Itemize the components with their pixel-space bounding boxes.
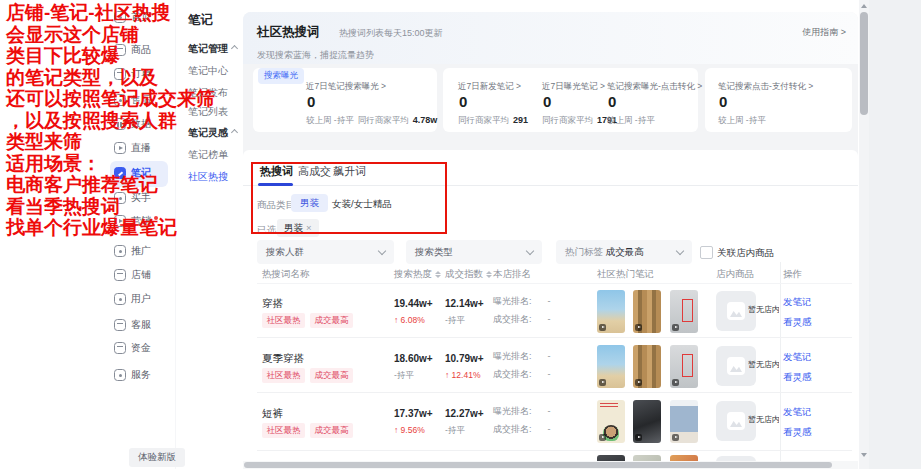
sidebar-title: 笔记 xyxy=(188,12,213,29)
search-audience-select[interactable]: 搜索人群 xyxy=(257,240,394,264)
deal-index-delta: ↑ 12.41% xyxy=(445,370,480,380)
rail-item-marketing[interactable]: 营销 xyxy=(114,213,158,229)
hot-word-name[interactable]: 穿搭 xyxy=(262,297,283,311)
stat-label[interactable]: 近7日笔记搜索曝光 > xyxy=(306,81,386,93)
vertical-scrollbar[interactable] xyxy=(859,0,869,469)
tag-community-hottest: 社区最热 xyxy=(262,313,305,328)
note-thumbnail[interactable] xyxy=(670,400,698,443)
chevron-up-icon xyxy=(231,129,238,136)
new-version-button[interactable]: 体验新版 xyxy=(129,448,185,467)
rail-item-label: 售后 xyxy=(131,93,151,107)
note-thumbnail[interactable] xyxy=(597,400,625,443)
video-badge-icon xyxy=(672,379,679,386)
rail-item-order[interactable]: 订单 xyxy=(114,66,151,82)
note-thumbnail[interactable] xyxy=(633,290,661,333)
publish-note-link[interactable]: 发笔记 xyxy=(783,406,812,419)
horizontal-scrollbar-thumb[interactable] xyxy=(244,462,832,468)
sidebar-item-community-hot-search[interactable]: 社区热搜 xyxy=(188,170,228,184)
buyer-icon xyxy=(114,192,126,204)
rail-item-live[interactable]: 直播 xyxy=(114,140,151,156)
hot-word-name[interactable]: 夏季穿搭 xyxy=(262,352,304,366)
rail-item-label: 数据 xyxy=(131,117,151,131)
sidebar-item-note-ranking[interactable]: 笔记榜单 xyxy=(188,148,228,162)
note-thumbnail[interactable] xyxy=(633,345,661,388)
tab-rising-words[interactable]: 飙升词 xyxy=(333,164,366,179)
hot-word-name[interactable]: 短裤 xyxy=(262,407,283,421)
rail-item-aftersale[interactable]: 售后 xyxy=(114,92,151,108)
link-store-product-label[interactable]: 关联店内商品 xyxy=(717,247,774,260)
note-thumbnail[interactable] xyxy=(597,345,625,388)
column-header-sortable[interactable]: 搜索热度 xyxy=(394,268,441,281)
row-divider xyxy=(257,337,852,338)
hot-word-tags: 社区最热成交最高 xyxy=(262,368,353,383)
publish-note-link[interactable]: 发笔记 xyxy=(783,351,812,364)
sidebar-item-note-center[interactable]: 笔记中心 xyxy=(188,64,228,78)
notification-dot xyxy=(154,216,158,220)
video-badge-icon xyxy=(635,379,642,386)
page-root: 首页 商品 订单 售后 数据 直播 笔记 买手 营销 推广 店铺 用户 客服 资… xyxy=(0,0,921,469)
rail-item-buyer[interactable]: 买手 xyxy=(114,190,151,206)
rail-item-label: 直播 xyxy=(131,141,151,155)
rail-item-product[interactable]: 商品 xyxy=(114,42,151,58)
hot-tag-select[interactable]: 热门标签 成交最高 xyxy=(556,240,692,264)
stat-label[interactable]: 近7日曝光笔记 > xyxy=(542,81,605,93)
close-icon[interactable]: × xyxy=(306,222,312,233)
stat-value: 0 xyxy=(307,93,315,110)
rail-item-data[interactable]: 数据 xyxy=(114,116,151,132)
column-header-sortable[interactable]: 成交指数 xyxy=(445,268,492,281)
link-store-product-checkbox[interactable] xyxy=(700,246,713,259)
stat-label[interactable]: 笔记搜索曝光-点击转化 > xyxy=(607,81,702,93)
selected-chip-menswear[interactable]: 男装× xyxy=(277,219,319,237)
search-heat-value: 19.44w+ xyxy=(394,298,433,309)
stat-label[interactable]: 近7日新发笔记 > xyxy=(458,81,521,93)
horizontal-scrollbar[interactable] xyxy=(243,461,858,469)
scroll-up-arrow-icon[interactable] xyxy=(861,4,867,8)
search-type-select[interactable]: 搜索类型 xyxy=(406,240,542,264)
tab-hot-search-words[interactable]: 热搜词 xyxy=(260,164,293,179)
rail-item-promotion[interactable]: 推广 xyxy=(114,243,151,259)
rail-item-home[interactable]: 首页 xyxy=(114,9,151,25)
view-inspiration-link[interactable]: 看灵感 xyxy=(783,426,812,439)
column-header: 本店排名 xyxy=(493,268,531,281)
view-inspiration-link[interactable]: 看灵感 xyxy=(783,371,812,384)
search-heat-delta: ↑ 9.56% xyxy=(394,425,425,435)
hot-word-tags: 社区最热成交最高 xyxy=(262,313,353,328)
category-option-menswear[interactable]: 男装 xyxy=(291,194,328,212)
row-divider xyxy=(257,450,852,451)
image-placeholder-icon xyxy=(727,412,745,430)
product-icon xyxy=(114,44,126,56)
scroll-down-arrow-icon[interactable] xyxy=(861,453,867,457)
deal-rank: 成交排名:- xyxy=(493,423,551,436)
note-thumbnail[interactable] xyxy=(597,290,625,333)
rail-item-note[interactable]: 笔记 xyxy=(114,165,151,181)
publish-note-link[interactable]: 发笔记 xyxy=(783,296,812,309)
sort-icon[interactable] xyxy=(486,271,492,279)
note-thumbnail[interactable] xyxy=(670,345,698,388)
video-badge-icon xyxy=(599,434,606,441)
stat-label[interactable]: 笔记搜索点击-支付转化 > xyxy=(718,81,813,93)
deal-rank: 成交排名:- xyxy=(493,313,551,326)
selected-filter-label: 已选 xyxy=(257,224,276,237)
sort-icon[interactable] xyxy=(435,271,441,279)
note-thumbnail[interactable] xyxy=(670,290,698,333)
rail-item-label: 笔记 xyxy=(131,166,151,180)
column-header: 热搜词名称 xyxy=(262,268,310,281)
marketing-icon xyxy=(114,215,126,227)
sidebar-item-note-list[interactable]: 笔记列表 xyxy=(188,105,228,119)
sidebar-group-note-manage[interactable]: 笔记管理 xyxy=(188,42,237,56)
live-icon xyxy=(114,142,126,154)
tab-high-deal[interactable]: 高成交 xyxy=(298,164,331,179)
note-thumbnail[interactable] xyxy=(633,400,661,443)
select-label: 热门标签 成交最高 xyxy=(565,246,644,259)
category-option-womenswear[interactable]: 女装/女士精品 xyxy=(332,198,392,211)
search-heat-value: 17.37w+ xyxy=(394,408,433,419)
vertical-scrollbar-thumb[interactable] xyxy=(860,12,868,115)
video-badge-icon xyxy=(635,324,642,331)
sidebar-group-note-inspiration[interactable]: 笔记灵感 xyxy=(188,126,237,140)
usage-guide-link[interactable]: 使用指南 > xyxy=(802,26,846,39)
view-inspiration-link[interactable]: 看灵感 xyxy=(783,316,812,329)
video-badge-icon xyxy=(599,324,606,331)
search-heat-value: 18.60w+ xyxy=(394,353,433,364)
stat-footnote: 较上周 -持平 同行商家平均 4.78w xyxy=(306,115,437,127)
sidebar-item-note-publish[interactable]: 笔记发布 xyxy=(188,86,228,100)
